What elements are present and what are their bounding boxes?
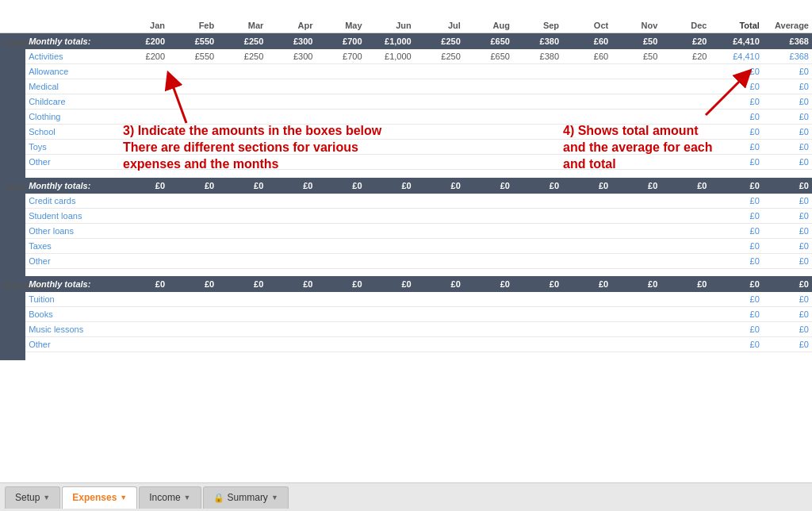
month-input-cell[interactable]: [316, 223, 365, 238]
month-input[interactable]: [516, 142, 559, 152]
month-input[interactable]: [467, 294, 510, 304]
month-input[interactable]: [516, 196, 559, 206]
month-input-cell[interactable]: [266, 110, 316, 125]
month-input-cell[interactable]: [168, 238, 217, 253]
month-input[interactable]: [615, 256, 657, 266]
month-input-cell[interactable]: [366, 322, 415, 337]
month-input-cell[interactable]: [366, 64, 415, 79]
month-input[interactable]: [369, 241, 412, 251]
month-input-cell[interactable]: [119, 223, 168, 238]
month-input-cell[interactable]: [562, 253, 611, 268]
month-input[interactable]: [664, 325, 707, 334]
month-input-cell[interactable]: [661, 49, 710, 64]
month-input-cell[interactable]: [562, 49, 611, 64]
month-input[interactable]: [467, 157, 510, 167]
month-input-cell[interactable]: [316, 253, 365, 268]
month-input-cell[interactable]: [316, 49, 365, 64]
month-input-cell[interactable]: [611, 253, 661, 268]
month-input[interactable]: [467, 211, 510, 221]
month-input-cell[interactable]: [611, 49, 661, 64]
month-input[interactable]: [319, 340, 362, 349]
month-input-cell[interactable]: [217, 307, 266, 322]
month-input-cell[interactable]: [168, 94, 217, 110]
month-input[interactable]: [319, 325, 362, 334]
month-input-cell[interactable]: [168, 110, 217, 125]
month-input[interactable]: [122, 211, 165, 221]
month-input[interactable]: [270, 325, 312, 334]
month-input-cell[interactable]: [415, 208, 464, 223]
month-input[interactable]: [369, 112, 412, 121]
month-input-cell[interactable]: [415, 125, 464, 140]
month-input-cell[interactable]: [661, 223, 710, 238]
month-input[interactable]: [418, 142, 461, 152]
month-input[interactable]: [171, 241, 214, 251]
month-input[interactable]: [270, 294, 312, 304]
month-input-cell[interactable]: [464, 64, 513, 79]
month-input[interactable]: [565, 241, 608, 251]
month-input[interactable]: [565, 67, 608, 76]
month-input-cell[interactable]: [168, 79, 217, 94]
month-input[interactable]: [369, 196, 412, 206]
month-input[interactable]: [171, 294, 214, 304]
month-input[interactable]: [565, 294, 608, 304]
month-input[interactable]: [516, 241, 559, 251]
month-input[interactable]: [220, 196, 263, 206]
month-input-cell[interactable]: [562, 223, 611, 238]
month-input-cell[interactable]: [316, 292, 365, 307]
month-input[interactable]: [467, 52, 510, 61]
month-input-cell[interactable]: [464, 253, 513, 268]
month-input[interactable]: [664, 226, 707, 236]
month-input[interactable]: [270, 241, 312, 251]
month-input[interactable]: [122, 67, 165, 76]
month-input[interactable]: [270, 226, 312, 236]
month-input-cell[interactable]: [611, 208, 661, 223]
month-input-cell[interactable]: [316, 94, 365, 110]
month-input[interactable]: [122, 294, 165, 304]
month-input-cell[interactable]: [168, 223, 217, 238]
month-input[interactable]: [615, 67, 657, 76]
month-input-cell[interactable]: [366, 49, 415, 64]
month-input[interactable]: [565, 196, 608, 206]
month-input[interactable]: [220, 112, 263, 121]
month-input[interactable]: [467, 226, 510, 236]
month-input[interactable]: [220, 241, 263, 251]
month-input-cell[interactable]: [661, 238, 710, 253]
month-input[interactable]: [615, 82, 657, 91]
month-input[interactable]: [418, 157, 461, 167]
month-input-cell[interactable]: [217, 337, 266, 352]
month-input[interactable]: [516, 127, 559, 136]
month-input[interactable]: [270, 340, 312, 349]
month-input-cell[interactable]: [464, 49, 513, 64]
month-input[interactable]: [369, 211, 412, 221]
month-input[interactable]: [565, 256, 608, 266]
month-input-cell[interactable]: [217, 94, 266, 110]
month-input-cell[interactable]: [266, 208, 316, 223]
month-input[interactable]: [418, 294, 461, 304]
month-input[interactable]: [418, 67, 461, 76]
month-input-cell[interactable]: [661, 94, 710, 110]
month-input[interactable]: [319, 52, 362, 61]
month-input-cell[interactable]: [661, 64, 710, 79]
month-input[interactable]: [615, 211, 657, 221]
month-input[interactable]: [122, 241, 165, 251]
month-input-cell[interactable]: [415, 322, 464, 337]
month-input-cell[interactable]: [464, 79, 513, 94]
month-input-cell[interactable]: [562, 110, 611, 125]
month-input-cell[interactable]: [168, 253, 217, 268]
month-input-cell[interactable]: [562, 194, 611, 209]
month-input[interactable]: [467, 196, 510, 206]
month-input-cell[interactable]: [562, 64, 611, 79]
month-input-cell[interactable]: [119, 94, 168, 110]
month-input-cell[interactable]: [366, 79, 415, 94]
month-input-cell[interactable]: [513, 253, 562, 268]
month-input-cell[interactable]: [464, 337, 513, 352]
month-input-cell[interactable]: [366, 337, 415, 352]
month-input-cell[interactable]: [513, 79, 562, 94]
month-input-cell[interactable]: [168, 337, 217, 352]
month-input-cell[interactable]: [611, 292, 661, 307]
month-input[interactable]: [565, 82, 608, 91]
month-input[interactable]: [467, 309, 510, 319]
month-input[interactable]: [615, 340, 657, 349]
month-input[interactable]: [220, 226, 263, 236]
month-input-cell[interactable]: [168, 64, 217, 79]
